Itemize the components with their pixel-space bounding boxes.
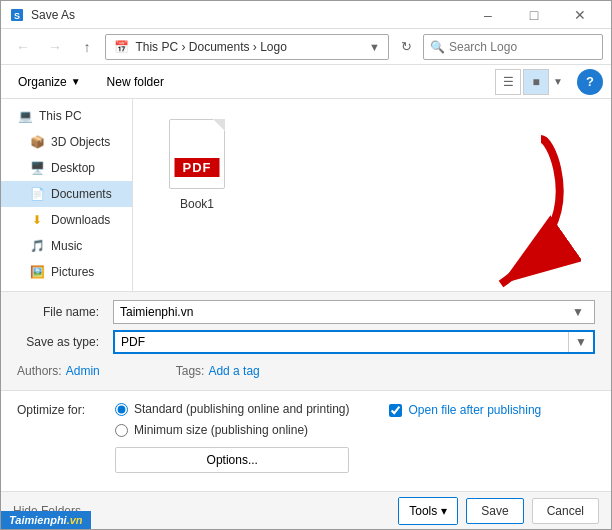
save-type-field[interactable]: ▼ xyxy=(113,330,595,354)
pictures-icon: 🖼️ xyxy=(29,264,45,280)
organize-button[interactable]: Organize ▼ xyxy=(9,69,90,95)
tags-link[interactable]: Add a tag xyxy=(208,364,259,378)
file-name-label: File name: xyxy=(17,305,107,319)
watermark-line1: Taimienphi xyxy=(9,514,67,526)
watermark-line2: .vn xyxy=(67,514,83,526)
file-name-field[interactable]: ▼ xyxy=(113,300,595,324)
refresh-button[interactable]: ↻ xyxy=(393,34,419,60)
options-area: Optimize for: Standard (publishing onlin… xyxy=(1,390,611,491)
tools-arrow-icon: ▾ xyxy=(441,504,447,518)
window-icon: S xyxy=(9,7,25,23)
authors-link[interactable]: Admin xyxy=(66,364,100,378)
open-after-checkbox[interactable] xyxy=(389,404,402,417)
save-type-input[interactable] xyxy=(115,335,568,349)
radio-standard: Standard (publishing online and printing… xyxy=(115,401,349,418)
new-folder-button[interactable]: New folder xyxy=(98,69,173,95)
arrow-indicator xyxy=(451,129,581,291)
title-bar: S Save As – □ ✕ xyxy=(1,1,611,29)
optimize-row: Optimize for: Standard (publishing onlin… xyxy=(17,401,349,473)
file-label: Book1 xyxy=(180,197,214,211)
organize-dropdown-icon: ▼ xyxy=(71,76,81,87)
bottom-panel: File name: ▼ Save as type: ▼ Authors: Ad… xyxy=(1,291,611,390)
search-box[interactable]: 🔍 xyxy=(423,34,603,60)
downloads-icon: ⬇ xyxy=(29,212,45,228)
radio-options: Standard (publishing online and printing… xyxy=(115,401,349,473)
pdf-badge: PDF xyxy=(175,158,220,177)
minimum-radio[interactable] xyxy=(115,424,128,437)
view-list-button[interactable]: ☰ xyxy=(495,69,521,95)
organize-label: Organize xyxy=(18,75,67,89)
minimize-button[interactable]: – xyxy=(465,1,511,29)
optimize-group: Optimize for: Standard (publishing onlin… xyxy=(17,401,595,481)
watermark-text: Taimienphi.vn xyxy=(9,514,83,526)
arrow-svg xyxy=(451,129,581,289)
title-bar-controls: – □ ✕ xyxy=(465,1,603,29)
watermark: Taimienphi.vn xyxy=(1,511,91,529)
view-controls: ☰ ■ ▼ xyxy=(495,69,563,95)
authors-item: Authors: Admin xyxy=(17,364,100,378)
help-button[interactable]: ? xyxy=(577,69,603,95)
authors-label: Authors: xyxy=(17,364,62,378)
file-name-dropdown-icon: ▼ xyxy=(568,305,588,319)
minimum-label[interactable]: Minimum size (publishing online) xyxy=(134,422,308,439)
search-icon: 🔍 xyxy=(430,40,445,54)
standard-label[interactable]: Standard (publishing online and printing… xyxy=(134,401,349,418)
svg-text:S: S xyxy=(14,11,20,21)
close-button[interactable]: ✕ xyxy=(557,1,603,29)
address-box[interactable]: 📅 This PC › Documents › Logo ▼ xyxy=(105,34,389,60)
optimize-label: Optimize for: xyxy=(17,401,107,417)
documents-icon: 📄 xyxy=(29,186,45,202)
pdf-fold xyxy=(213,119,225,131)
sidebar-item-this-pc[interactable]: 💻 This PC xyxy=(1,103,132,129)
view-icon-button[interactable]: ■ xyxy=(523,69,549,95)
save-type-label: Save as type: xyxy=(17,335,107,349)
3d-objects-icon: 📦 xyxy=(29,134,45,150)
forward-button[interactable]: → xyxy=(41,33,69,61)
standard-radio[interactable] xyxy=(115,403,128,416)
toolbar: Organize ▼ New folder ☰ ■ ▼ ? xyxy=(1,65,611,99)
tools-button[interactable]: Tools ▾ xyxy=(399,498,457,524)
cancel-button[interactable]: Cancel xyxy=(532,498,599,524)
maximize-button[interactable]: □ xyxy=(511,1,557,29)
desktop-icon: 🖥️ xyxy=(29,160,45,176)
file-item-book1[interactable]: PDF Book1 xyxy=(157,115,237,211)
tools-label: Tools xyxy=(409,504,437,518)
options-button[interactable]: Options... xyxy=(115,447,349,473)
address-path: 📅 This PC › Documents › Logo xyxy=(114,40,287,54)
open-after-option: Open file after publishing xyxy=(389,403,541,417)
view-dropdown-icon: ▼ xyxy=(553,76,563,87)
sidebar-item-3d-objects[interactable]: 📦 3D Objects xyxy=(1,129,132,155)
sidebar-item-desktop[interactable]: 🖥️ Desktop xyxy=(1,155,132,181)
sidebar-item-music[interactable]: 🎵 Music xyxy=(1,233,132,259)
sidebar-item-pictures[interactable]: 🖼️ Pictures xyxy=(1,259,132,285)
file-fields: File name: ▼ Save as type: ▼ xyxy=(17,300,595,354)
file-name-input[interactable] xyxy=(120,305,568,319)
tools-control: Tools ▾ xyxy=(398,497,458,525)
address-dropdown-icon: ▼ xyxy=(369,41,380,53)
action-bar: Hide Folders Tools ▾ Save Cancel xyxy=(1,491,611,529)
action-right: Tools ▾ Save Cancel xyxy=(398,497,599,525)
sidebar-item-downloads[interactable]: ⬇ Downloads xyxy=(1,207,132,233)
file-area: PDF Book1 xyxy=(141,99,611,291)
sidebar-item-documents[interactable]: 📄 Documents xyxy=(1,181,132,207)
tags-label: Tags: xyxy=(176,364,205,378)
address-bar: ← → ↑ 📅 This PC › Documents › Logo ▼ ↻ 🔍 xyxy=(1,29,611,65)
file-icon-bg: PDF xyxy=(165,115,229,193)
tags-item: Tags: Add a tag xyxy=(176,364,260,378)
save-type-dropdown-icon[interactable]: ▼ xyxy=(568,332,593,352)
meta-row: Authors: Admin Tags: Add a tag xyxy=(17,360,595,382)
open-after-label[interactable]: Open file after publishing xyxy=(408,403,541,417)
sidebar-container: 💻 This PC 📦 3D Objects 🖥️ Desktop 📄 Docu… xyxy=(1,99,141,291)
search-input[interactable] xyxy=(449,40,596,54)
window-title: Save As xyxy=(31,8,465,22)
up-button[interactable]: ↑ xyxy=(73,33,101,61)
pdf-icon: PDF xyxy=(169,119,225,189)
this-pc-icon: 💻 xyxy=(17,108,33,124)
new-folder-label: New folder xyxy=(107,75,164,89)
main-content: 💻 This PC 📦 3D Objects 🖥️ Desktop 📄 Docu… xyxy=(1,99,611,291)
save-button[interactable]: Save xyxy=(466,498,523,524)
music-icon: 🎵 xyxy=(29,238,45,254)
back-button[interactable]: ← xyxy=(9,33,37,61)
sidebar: 💻 This PC 📦 3D Objects 🖥️ Desktop 📄 Docu… xyxy=(1,99,133,291)
radio-minimum: Minimum size (publishing online) xyxy=(115,422,349,439)
